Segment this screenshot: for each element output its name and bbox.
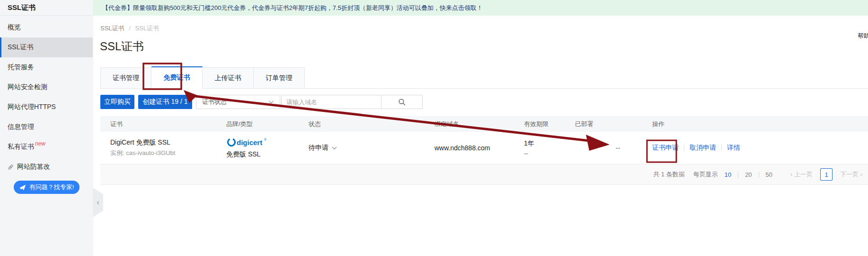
validity-value: 1年	[524, 139, 575, 148]
col-header-domain: 绑定域名	[434, 120, 524, 128]
sidebar-item-label: 托管服务	[8, 63, 34, 72]
new-badge: new	[35, 140, 45, 147]
promo-banner[interactable]: 【代金券】限量领取新购500元和无门槛200元代金券，代金券与证书2年期7折起购…	[93, 0, 868, 16]
action-separator	[684, 145, 684, 151]
col-header-deployed: 已部署	[575, 120, 648, 128]
brand-cell: digicert ® 免费版 SSL	[226, 137, 309, 159]
per-page-label: 每页显示	[693, 170, 718, 179]
tab-free-cert[interactable]: 免费证书	[151, 66, 203, 89]
next-page-label: 下一页	[840, 171, 859, 178]
sidebar-item-label: 网站代理HTTPS	[8, 103, 56, 111]
status-dropdown[interactable]: 待申请	[309, 144, 337, 152]
sidebar-item-hosting-service[interactable]: 托管服务	[0, 57, 93, 77]
sidebar-title: SSL证书	[0, 0, 93, 16]
cert-status-select-value: 证书状态	[202, 98, 227, 106]
sidebar-item-ssl-cert[interactable]: SSL证书	[0, 37, 93, 57]
col-header-brand: 品牌/类型	[226, 120, 309, 128]
sidebar-item-site-security-check[interactable]: 网站安全检测	[0, 77, 93, 97]
pagination-bar: 共 1 条数据 每页显示 10 20 50 ‹ 上一页 1 下一页 ›	[100, 165, 868, 185]
current-page-button[interactable]: 1	[820, 168, 833, 181]
col-header-status: 状态	[309, 120, 434, 128]
breadcrumb: SSL证书 / SSL证书	[100, 24, 159, 33]
validity-cell: 1年 --	[524, 139, 575, 157]
paper-plane-icon	[19, 184, 26, 191]
prev-page-button[interactable]: ‹ 上一页	[790, 170, 813, 179]
col-header-validity: 有效期限	[524, 120, 575, 128]
breadcrumb-separator: /	[129, 25, 131, 32]
chevron-left-icon: ‹	[790, 171, 792, 178]
search-button[interactable]	[381, 95, 423, 109]
svg-text:®: ®	[264, 138, 267, 141]
page-size-separator	[759, 172, 759, 178]
apply-cert-link[interactable]: 证书申请	[652, 144, 679, 152]
digicert-logo: digicert ®	[226, 137, 272, 147]
page-size-separator	[738, 172, 738, 178]
chevron-down-icon	[332, 146, 337, 150]
cert-name: DigiCert 免费版 SSL	[110, 138, 226, 147]
svg-text:digicert: digicert	[237, 138, 262, 146]
domain-cell: www.ndch888.com	[434, 144, 524, 152]
total-count: 共 1 条数据	[653, 170, 684, 179]
chevron-left-icon: ‹	[97, 198, 99, 207]
actions-cell: 证书申请 取消申请 详情	[648, 144, 868, 152]
breadcrumb-current: SSL证书	[135, 25, 159, 32]
cert-instance-id: 实例: cas-ivauto-i3GUbt	[110, 149, 226, 157]
deployed-value: --	[575, 144, 648, 152]
domain-search-input[interactable]	[281, 95, 381, 109]
chevron-right-icon: ›	[860, 171, 862, 178]
chevron-down-icon	[268, 101, 274, 104]
sidebar-item-label: SSL证书	[8, 43, 33, 52]
col-header-cert: 证书	[100, 120, 226, 128]
tab-bar: 证书管理 免费证书 上传证书 订单管理	[100, 67, 868, 89]
sidebar: SSL证书 概览 SSL证书 托管服务 网站安全检测 网站代理HTTPS 信息管…	[0, 0, 93, 256]
tab-order-management[interactable]: 订单管理	[254, 67, 305, 89]
tab-upload-cert[interactable]: 上传证书	[203, 67, 254, 89]
validity-sub: --	[524, 150, 575, 157]
help-link[interactable]: 帮助	[858, 32, 868, 40]
next-page-button[interactable]: 下一页 ›	[840, 170, 862, 179]
page-title: SSL证书	[100, 39, 144, 54]
table-row: DigiCert 免费版 SSL 实例: cas-ivauto-i3GUbt d…	[100, 132, 868, 165]
status-value: 待申请	[309, 144, 328, 152]
status-cell: 待申请	[309, 144, 434, 152]
deployed-cell: --	[575, 144, 648, 152]
sidebar-item-label: 信息管理	[8, 123, 34, 131]
create-cert-button[interactable]: 创建证书 19 / 1	[138, 95, 192, 109]
sidebar-item-info-management[interactable]: 信息管理	[0, 117, 93, 137]
sidebar-item-overview[interactable]: 概览	[0, 18, 93, 37]
prev-page-label: 上一页	[794, 171, 813, 178]
ssl-console-page: SSL证书 概览 SSL证书 托管服务 网站安全检测 网站代理HTTPS 信息管…	[0, 0, 868, 256]
page-size-20[interactable]: 20	[745, 171, 752, 178]
promo-banner-text: 【代金券】限量领取新购500元和无门槛200元代金券，代金券与证书2年期7折起购…	[102, 4, 483, 12]
ask-expert-label: 有问题？找专家!	[29, 183, 74, 192]
breadcrumb-root[interactable]: SSL证书	[100, 25, 124, 32]
details-link[interactable]: 详情	[727, 144, 740, 152]
page-size-10[interactable]: 10	[725, 171, 731, 178]
action-separator	[721, 145, 722, 151]
sidebar-item-label: 概览	[8, 23, 21, 32]
sidebar-item-private-cert[interactable]: 私有证书 new	[0, 137, 93, 157]
sidebar-item-label: 网站安全检测	[8, 83, 47, 91]
sidebar-item-label: 私有证书	[8, 143, 34, 151]
col-header-actions: 操作	[648, 120, 868, 128]
cert-cell: DigiCert 免费版 SSL 实例: cas-ivauto-i3GUbt	[100, 138, 226, 157]
sidebar-item-label: 网站防篡改	[17, 163, 50, 171]
buy-now-button[interactable]: 立即购买	[100, 95, 134, 109]
cert-status-select[interactable]: 证书状态	[196, 95, 280, 109]
ask-expert-button[interactable]: 有问题？找专家!	[14, 181, 80, 194]
link-icon	[8, 164, 14, 170]
table-header-row: 证书 品牌/类型 状态 绑定域名 有效期限 已部署 操作	[100, 116, 868, 132]
sidebar-collapse-handle[interactable]: ‹	[93, 188, 103, 217]
sidebar-item-anti-tamper[interactable]: 网站防篡改	[0, 157, 93, 177]
cert-table: 证书 品牌/类型 状态 绑定域名 有效期限 已部署 操作 DigiCert 免费…	[100, 116, 868, 165]
sidebar-item-site-proxy-https[interactable]: 网站代理HTTPS	[0, 97, 93, 117]
sidebar-nav: 概览 SSL证书 托管服务 网站安全检测 网站代理HTTPS 信息管理 私有证书…	[0, 16, 93, 177]
tab-cert-management[interactable]: 证书管理	[100, 67, 151, 89]
search-icon	[398, 98, 406, 106]
brand-type: 免费版 SSL	[226, 150, 309, 159]
page-size-50[interactable]: 50	[766, 171, 772, 178]
toolbar: 立即购买 创建证书 19 / 1 证书状态	[100, 95, 423, 109]
cancel-apply-link[interactable]: 取消申请	[690, 144, 716, 152]
